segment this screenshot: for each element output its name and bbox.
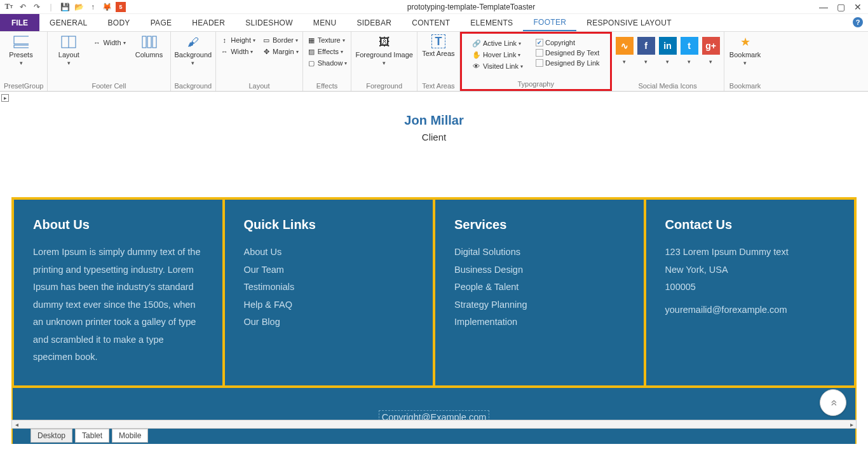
open-icon[interactable]: 📂 bbox=[74, 2, 84, 12]
rss-icon[interactable]: ∿ bbox=[616, 37, 634, 55]
undo-icon[interactable]: ↶ bbox=[18, 2, 28, 12]
maximize-icon[interactable]: ▢ bbox=[837, 2, 845, 12]
background-button[interactable]: 🖌 Background▾ bbox=[175, 34, 212, 66]
group-presets: PresetGroup bbox=[4, 81, 43, 90]
visited-link-button[interactable]: 👁Visited Link▾ bbox=[472, 62, 523, 71]
firefox-icon[interactable]: 🦊 bbox=[102, 2, 112, 12]
texture-icon: ▦ bbox=[307, 36, 316, 45]
export-icon[interactable]: ↑ bbox=[88, 2, 98, 12]
device-tab-mobile[interactable]: Mobile bbox=[112, 429, 148, 443]
list-item[interactable]: Our Team bbox=[244, 261, 414, 279]
list-item[interactable]: Digital Solutions bbox=[454, 244, 625, 261]
presets-button[interactable]: Presets▾ bbox=[4, 34, 38, 66]
tab-page[interactable]: PAGE bbox=[140, 14, 182, 31]
width-icon: ↔ bbox=[92, 38, 101, 47]
page-subtitle: Client bbox=[11, 132, 857, 142]
svg-rect-6 bbox=[153, 36, 156, 48]
svg-rect-5 bbox=[147, 36, 151, 48]
twitter-icon[interactable]: t bbox=[681, 37, 698, 55]
textareas-icon: T bbox=[431, 34, 445, 48]
tab-slideshow[interactable]: SLIDESHOW bbox=[235, 14, 303, 31]
list-item[interactable]: Our Blog bbox=[244, 314, 414, 331]
textareas-button[interactable]: T Text Areas bbox=[421, 34, 456, 57]
facebook-icon[interactable]: f bbox=[637, 37, 655, 55]
texture-button[interactable]: ▦Texture▾ bbox=[307, 36, 348, 45]
svg-rect-0 bbox=[14, 36, 29, 44]
active-link-button[interactable]: 🔗Active Link▾ bbox=[472, 39, 523, 48]
scroll-right-icon[interactable]: ▸ bbox=[847, 421, 856, 428]
list-item[interactable]: About Us bbox=[244, 244, 414, 261]
tab-responsive[interactable]: RESPONSIVE LAYOUT bbox=[576, 14, 682, 31]
redo-icon[interactable]: ↷ bbox=[32, 2, 42, 12]
device-tab-desktop[interactable]: Desktop bbox=[31, 429, 72, 443]
width-button[interactable]: ↔Width▾ bbox=[92, 38, 125, 47]
footer-cell-contact[interactable]: Contact Us 123 Lorem Ipsum Dummy text Ne… bbox=[645, 198, 856, 387]
footer-cell-quick[interactable]: Quick Links About Us Our Team Testimonia… bbox=[224, 198, 435, 387]
panel-expand-icon[interactable]: ▸ bbox=[1, 94, 9, 102]
group-textareas: Text Areas bbox=[421, 81, 456, 90]
tab-header[interactable]: HEADER bbox=[182, 14, 235, 31]
tab-content[interactable]: CONTENT bbox=[402, 14, 460, 31]
separator-icon: | bbox=[46, 2, 56, 12]
effects-button[interactable]: ▨Effects▾ bbox=[307, 47, 348, 56]
footer-about-title: About Us bbox=[33, 218, 203, 232]
hover-link-button[interactable]: ✋Hover Link▾ bbox=[472, 50, 523, 59]
tab-general[interactable]: GENERAL bbox=[39, 14, 97, 31]
list-item[interactable]: Business Design bbox=[454, 261, 625, 279]
list-item[interactable]: Strategy Planning bbox=[454, 296, 625, 314]
tab-menu[interactable]: MENU bbox=[303, 14, 347, 31]
image-icon: 🖼 bbox=[377, 34, 392, 50]
help-icon[interactable]: ? bbox=[853, 17, 863, 27]
text-tool-icon[interactable]: TT bbox=[4, 2, 14, 12]
designed-link-check[interactable]: Designed By Link bbox=[536, 59, 600, 67]
checkbox-checked-icon: ✔ bbox=[536, 39, 543, 46]
list-item[interactable]: Help & FAQ bbox=[244, 296, 414, 314]
file-menu[interactable]: FILE bbox=[0, 14, 39, 31]
copyright-check[interactable]: ✔Copyright bbox=[536, 39, 600, 46]
layout-icon bbox=[61, 34, 76, 50]
border-icon: ▭ bbox=[262, 36, 271, 45]
scroll-left-icon[interactable]: ◂ bbox=[12, 421, 21, 428]
foreground-button[interactable]: 🖼 Foreground Image▾ bbox=[355, 34, 413, 66]
group-layout: Layout bbox=[220, 81, 298, 90]
save-icon[interactable]: 💾 bbox=[60, 2, 70, 12]
footer-cell-services[interactable]: Services Digital Solutions Business Desi… bbox=[434, 198, 645, 387]
width2-icon: ↔ bbox=[220, 47, 229, 56]
height-button[interactable]: ↕Height▾ bbox=[220, 36, 255, 45]
page-title: Jon Millar bbox=[11, 113, 857, 128]
tab-footer[interactable]: FOOTER bbox=[523, 14, 576, 31]
footer-preview[interactable]: About Us Lorem Ipsum is simply dummy tex… bbox=[11, 197, 857, 388]
horizontal-scrollbar[interactable]: ◂ ▸ bbox=[11, 420, 857, 429]
close-icon[interactable]: ✕ bbox=[854, 2, 862, 12]
list-item[interactable]: Testimonials bbox=[244, 279, 414, 296]
margin-icon: ✥ bbox=[262, 47, 271, 56]
tab-body[interactable]: BODY bbox=[97, 14, 140, 31]
list-item[interactable]: People & Talent bbox=[454, 279, 625, 296]
background-icon: 🖌 bbox=[186, 34, 201, 50]
footer-cell-about[interactable]: About Us Lorem Ipsum is simply dummy tex… bbox=[13, 198, 224, 387]
footer-quick-title: Quick Links bbox=[244, 218, 414, 232]
checkbox-icon bbox=[536, 59, 543, 67]
scroll-top-button[interactable]: » bbox=[820, 389, 846, 416]
hover-icon: ✋ bbox=[472, 50, 481, 59]
list-item[interactable]: Implementation bbox=[454, 314, 625, 331]
tab-sidebar[interactable]: SIDEBAR bbox=[346, 14, 402, 31]
margin-button[interactable]: ✥Margin▾ bbox=[262, 47, 299, 56]
effects-icon: ▨ bbox=[307, 47, 316, 56]
columns-button[interactable]: Columns bbox=[132, 34, 166, 59]
googleplus-icon[interactable]: g+ bbox=[702, 37, 720, 55]
border-button[interactable]: ▭Border▾ bbox=[262, 36, 299, 45]
width2-button[interactable]: ↔Width▾ bbox=[220, 47, 255, 56]
tab-elements[interactable]: ELEMENTS bbox=[460, 14, 523, 31]
device-tab-tablet[interactable]: Tablet bbox=[75, 429, 109, 443]
contact-email[interactable]: youremailid@forexample.com bbox=[665, 301, 836, 319]
checkbox-icon bbox=[536, 49, 543, 57]
designed-text-check[interactable]: Designed By Text bbox=[536, 49, 600, 57]
layout-button[interactable]: Layout▾ bbox=[51, 34, 86, 66]
minimize-icon[interactable]: — bbox=[819, 2, 828, 12]
group-effects: Effects bbox=[307, 81, 348, 90]
linkedin-icon[interactable]: in bbox=[659, 37, 677, 55]
shadow-button[interactable]: ▢Shadow▾ bbox=[307, 59, 348, 67]
html5-icon[interactable]: 5 bbox=[116, 2, 126, 12]
bookmark-button[interactable]: ★ Bookmark▾ bbox=[728, 34, 763, 66]
